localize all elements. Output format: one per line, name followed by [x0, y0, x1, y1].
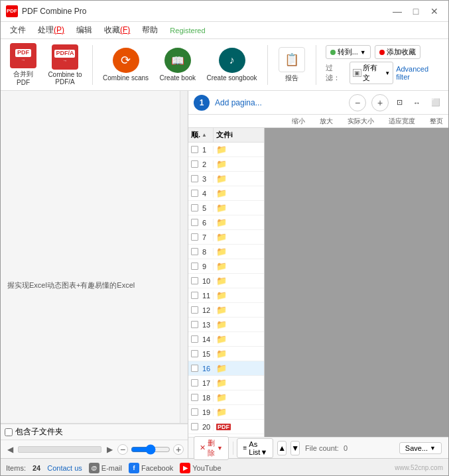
row-checkbox[interactable]	[191, 160, 198, 168]
combine-scans-button[interactable]: ⟳ Combine scans	[99, 45, 152, 84]
row-checkbox[interactable]	[191, 233, 198, 241]
row-checkbox[interactable]	[191, 306, 198, 314]
filter-select[interactable]: ▣ 所有文 ▼	[350, 62, 393, 84]
combine-pdfa-label: Combine toPDF/A	[48, 71, 82, 86]
zoom-controls: − + ⊡ ↔ ⬜	[349, 94, 443, 111]
zoom-in-button[interactable]: +	[371, 94, 389, 111]
add-pages-bar: 1 Add pagina... − + ⊡ ↔ ⬜	[188, 91, 448, 115]
row-checkbox[interactable]	[191, 190, 198, 197]
youtube-link[interactable]: ▶ YouTube	[180, 463, 221, 473]
pdf-icon: PDF	[216, 424, 231, 430]
move-up-button[interactable]: ▲	[277, 441, 287, 455]
table-row[interactable]: 19📁	[188, 405, 264, 420]
row-checkbox[interactable]	[191, 365, 198, 372]
add-favorite-button[interactable]: 添加收藏	[375, 45, 420, 59]
zoom-fit-width[interactable]: ↔	[411, 97, 423, 108]
row-checkbox[interactable]	[191, 394, 198, 401]
advanced-filter-link[interactable]: Advanced filter	[396, 65, 443, 81]
add-pages-label[interactable]: Add pagina...	[215, 98, 262, 107]
row-checkbox[interactable]	[191, 248, 198, 255]
title-controls: — □ ✕	[389, 3, 443, 20]
create-book-icon: 📖	[164, 48, 191, 73]
email-link[interactable]: @ E-mail	[89, 463, 122, 473]
row-checkbox[interactable]	[191, 277, 198, 284]
zoom-plus-button[interactable]: +	[173, 444, 184, 455]
main-area: 握实现Excel动态图表+有趣易懂的Excel 包含子文件夹 ◀ ▶ − + 1…	[1, 91, 448, 458]
menu-edit[interactable]: 编辑	[71, 23, 97, 37]
menu-process[interactable]: 处理(P)	[32, 23, 70, 37]
table-row[interactable]: 4📁	[188, 186, 264, 201]
horizontal-scrollbar[interactable]	[18, 446, 101, 453]
row-checkbox[interactable]	[191, 350, 198, 357]
add-pages-number: 1	[194, 95, 210, 111]
row-checkbox[interactable]	[191, 379, 198, 387]
row-checkbox[interactable]	[191, 423, 198, 430]
filter-box: 过滤： ▣ 所有文 ▼ Advanced filter	[326, 62, 443, 84]
table-row[interactable]: 10📁	[188, 274, 264, 288]
table-row[interactable]: 3📁	[188, 172, 264, 186]
menu-file[interactable]: 文件	[5, 23, 31, 37]
zoom-out-button[interactable]: −	[349, 94, 366, 111]
table-row[interactable]: 18📁	[188, 390, 264, 405]
row-checkbox[interactable]	[191, 219, 198, 226]
left-scrollbar[interactable]	[180, 91, 188, 423]
contact-link[interactable]: Contact us	[47, 464, 82, 472]
delete-button[interactable]: ✕ 删除 ▼	[194, 436, 229, 460]
youtube-icon: ▶	[180, 463, 190, 473]
table-row[interactable]: 13📁	[188, 318, 264, 332]
folder-icon: 📁	[216, 217, 227, 227]
row-checkbox[interactable]	[191, 321, 198, 328]
zoom-slider[interactable]	[131, 446, 170, 453]
table-row[interactable]: 17📁	[188, 376, 264, 390]
filter-label: 过滤：	[326, 63, 347, 83]
row-checkbox[interactable]	[191, 335, 198, 343]
subfolder-checkbox[interactable]	[5, 428, 13, 436]
left-nav-button[interactable]: ◀	[5, 444, 15, 455]
right-nav-button[interactable]: ▶	[104, 444, 115, 455]
facebook-link[interactable]: f Facebook	[129, 463, 173, 473]
table-row[interactable]: 7📁	[188, 230, 264, 245]
move-down-button[interactable]: ▼	[290, 441, 300, 455]
zoom-shrink-label: 缩小	[292, 117, 305, 126]
zoom-actual-size[interactable]: ⊡	[394, 97, 405, 108]
close-button[interactable]: ✕	[426, 3, 443, 20]
zoom-full-page[interactable]: ⬜	[428, 97, 443, 108]
table-row[interactable]: 6📁	[188, 215, 264, 230]
report-button[interactable]: 📋 报告	[275, 44, 309, 86]
table-row[interactable]: 8📁	[188, 245, 264, 259]
table-row[interactable]: 2📁	[188, 157, 264, 172]
zoom-minus-button[interactable]: −	[117, 444, 128, 455]
minimize-button[interactable]: —	[389, 3, 406, 20]
create-book-button[interactable]: 📖 Create book	[156, 45, 199, 84]
table-row[interactable]: 1📁	[188, 143, 264, 157]
combine-pdfa-icon: PDF/A →	[52, 44, 78, 70]
menu-collect[interactable]: 收藏(F)	[99, 23, 135, 37]
table-row[interactable]: 5📁	[188, 201, 264, 215]
convert-to-button[interactable]: 转到... ▼	[326, 45, 371, 59]
create-songbook-button[interactable]: ♪ Create songbook	[203, 45, 260, 84]
zoom-enlarge-label: 放大	[320, 117, 333, 126]
table-row[interactable]: 12📁	[188, 303, 264, 318]
table-row[interactable]: 14📁	[188, 332, 264, 347]
table-row[interactable]: 16📁	[188, 361, 264, 376]
folder-icon: 📁	[216, 290, 227, 300]
row-checkbox[interactable]	[191, 204, 198, 211]
row-checkbox[interactable]	[191, 292, 198, 299]
zoom-width-label: 适应宽度	[389, 117, 415, 126]
table-row[interactable]: 15📁	[188, 347, 264, 361]
row-checkbox[interactable]	[191, 175, 198, 182]
combine-pdfa-button[interactable]: PDF/A → Combine toPDF/A	[44, 42, 86, 88]
table-row[interactable]: 11📁	[188, 288, 264, 303]
table-row[interactable]: 20PDF	[188, 420, 264, 434]
menu-help[interactable]: 帮助	[137, 23, 163, 37]
combine-scans-icon: ⟳	[113, 48, 139, 73]
row-checkbox[interactable]	[191, 146, 198, 153]
table-row[interactable]: 9📁	[188, 259, 264, 274]
combine-pdf-button[interactable]: PDF → 合并到PDF	[6, 40, 40, 89]
folder-icon: 📁	[216, 203, 227, 213]
save-button[interactable]: Save... ▼	[399, 442, 442, 454]
as-list-button[interactable]: ≡ As List▼	[237, 438, 273, 458]
row-checkbox[interactable]	[191, 263, 198, 270]
row-checkbox[interactable]	[191, 408, 198, 416]
maximize-button[interactable]: □	[407, 3, 424, 20]
